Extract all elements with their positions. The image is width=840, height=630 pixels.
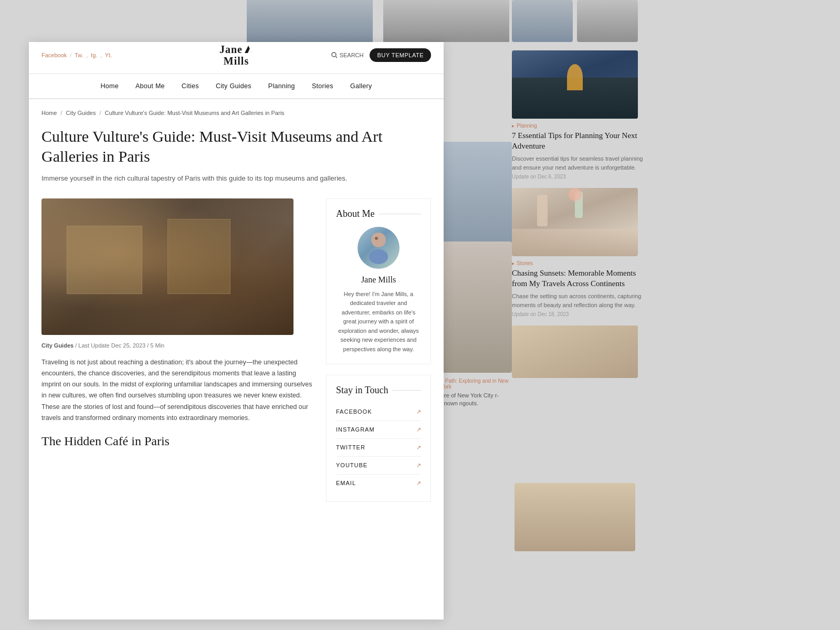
logo-line2: Mills: [219, 55, 253, 67]
sep1: /: [70, 52, 71, 58]
touch-title-line: [392, 390, 421, 391]
right-img-stories: [512, 188, 638, 256]
stay-in-touch-title: Stay in Touch: [336, 385, 421, 396]
top-bg-img-2: [577, 0, 638, 42]
site-logo[interactable]: Jane Mills: [219, 44, 253, 67]
article-meta: City Guides / Last Update Dec 25, 2023 /…: [41, 342, 313, 349]
youtube-row[interactable]: YOUTUBE ↗: [336, 457, 421, 475]
stories-date: Update on Dec 18, 2023: [512, 311, 643, 317]
search-icon: [331, 52, 338, 58]
partial-image-2: [441, 242, 512, 373]
partial-bottom-img: [512, 326, 638, 378]
partial-tag-2: ▸ Path: Exploring and in New York: [441, 378, 512, 390]
nav-about-me[interactable]: About Me: [135, 82, 165, 90]
about-me-name: Jane Mills: [336, 275, 421, 285]
article: Culture Vulture's Guide: Must-Visit Muse…: [29, 120, 444, 529]
svg-point-2: [332, 52, 336, 57]
about-me-widget: About Me Jane Mills Hey there! I'm Jane …: [326, 198, 431, 364]
nav-cities[interactable]: Cities: [182, 82, 199, 90]
breadcrumb-current: Culture Vulture's Guide: Must-Visit Muse…: [105, 110, 285, 116]
youtube-arrow: ↗: [416, 462, 421, 469]
search-button[interactable]: SEARCH: [331, 52, 364, 58]
nav-city-guides[interactable]: City Guides: [216, 82, 251, 90]
about-me-widget-title: About Me: [336, 208, 421, 219]
email-arrow: ↗: [416, 480, 421, 487]
planning-desc: Discover essential tips for seamless tra…: [512, 154, 643, 172]
article-sidebar: About Me Jane Mills Hey there! I'm Jane …: [326, 198, 431, 502]
nav-home[interactable]: Home: [100, 82, 119, 90]
right-sidebar: ▸ Planning 7 Essential Tips for Planning…: [512, 0, 643, 378]
feature-image: [41, 198, 293, 335]
partial-desc-2: ure of New York City r-known ngouts.: [441, 392, 512, 408]
right-card-planning[interactable]: ▸ Planning 7 Essential Tips for Planning…: [512, 50, 643, 180]
title-line: [379, 214, 422, 214]
svg-line-3: [335, 57, 337, 58]
meta-date-val: Dec 25, 2023: [111, 342, 145, 349]
bc-sep1: /: [60, 110, 62, 116]
meta-read: 5 Min: [150, 342, 164, 349]
stay-in-touch-widget: Stay in Touch FACEBOOK ↗ INSTAGRAM ↗ TWI…: [326, 375, 431, 502]
instagram-arrow: ↗: [416, 426, 421, 433]
stories-desc: Chase the setting sun across continents,…: [512, 292, 643, 309]
nav-planning[interactable]: Planning: [268, 82, 295, 90]
sep2: ,: [87, 52, 88, 58]
facebook-link[interactable]: Facebook: [41, 52, 67, 58]
sep3: ,: [100, 52, 102, 58]
stories-title: Chasing Sunsets: Memorable Moments from …: [512, 268, 643, 289]
facebook-arrow: ↗: [416, 408, 421, 415]
bc-sep2: /: [99, 110, 101, 116]
social-links: Facebook / Tw. , Ig. , Yt.: [41, 52, 112, 58]
article-body-text: Traveling is not just about reaching a d…: [41, 357, 313, 424]
stories-tag: ▸ Stories: [512, 260, 643, 266]
email-row[interactable]: EMAIL ↗: [336, 475, 421, 492]
meta-label: Last Update: [78, 342, 109, 349]
article-section-title: The Hidden Café in Paris: [41, 434, 313, 448]
right-card-partial: [512, 326, 643, 378]
svg-point-6: [375, 237, 378, 240]
buy-template-button[interactable]: BUY TEMPLATE: [370, 48, 431, 62]
planning-tag: ▸ Planning: [512, 123, 643, 129]
svg-point-5: [369, 249, 388, 264]
planning-title: 7 Essential Tips for Planning Your Next …: [512, 131, 643, 151]
instagram-label: INSTAGRAM: [336, 426, 375, 433]
facebook-label: FACEBOOK: [336, 408, 372, 415]
planning-date: Update on Dec 6, 2023: [512, 174, 643, 180]
article-main-content: City Guides / Last Update Dec 25, 2023 /…: [41, 198, 313, 502]
right-img-planning: [512, 50, 638, 119]
breadcrumb-home[interactable]: Home: [41, 110, 57, 116]
avatar-illustration: [363, 229, 394, 266]
nav-gallery[interactable]: Gallery: [350, 82, 372, 90]
twitter-row[interactable]: TWITTER ↗: [336, 439, 421, 457]
header-actions: SEARCH BUY TEMPLATE: [331, 48, 431, 62]
header: Facebook / Tw. , Ig. , Yt. Jane: [29, 42, 444, 74]
logo-line1: Jane: [219, 44, 243, 55]
instagram-row[interactable]: INSTAGRAM ↗: [336, 421, 421, 439]
facebook-row[interactable]: FACEBOOK ↗: [336, 403, 421, 421]
nav-stories[interactable]: Stories: [312, 82, 333, 90]
svg-point-4: [371, 233, 386, 247]
tw-link[interactable]: Tw.: [75, 52, 83, 58]
article-body: City Guides / Last Update Dec 25, 2023 /…: [41, 198, 431, 502]
youtube-label: YOUTUBE: [336, 462, 368, 468]
ig-link[interactable]: Ig.: [91, 52, 97, 58]
article-title: Culture Vulture's Guide: Must-Visit Muse…: [41, 127, 431, 166]
top-bg-img-1: [512, 0, 573, 42]
meta-category: City Guides: [41, 342, 74, 349]
twitter-arrow: ↗: [416, 444, 421, 451]
right-card-stories[interactable]: ▸ Stories Chasing Sunsets: Memorable Mom…: [512, 188, 643, 317]
article-subtitle: Immerse yourself in the rich cultural ta…: [41, 173, 431, 184]
about-me-bio: Hey there! I'm Jane Mills, a dedicated t…: [336, 290, 421, 354]
email-label: EMAIL: [336, 480, 356, 486]
breadcrumb: Home / City Guides / Culture Vulture's G…: [29, 99, 444, 120]
breadcrumb-city-guides[interactable]: City Guides: [66, 110, 96, 116]
avatar: [358, 227, 400, 269]
mountain-icon: [244, 45, 253, 54]
main-panel: Facebook / Tw. , Ig. , Yt. Jane: [29, 42, 444, 620]
yt-link[interactable]: Yt.: [105, 52, 112, 58]
nav-bar: Home About Me Cities City Guides Plannin…: [29, 74, 444, 99]
twitter-label: TWITTER: [336, 444, 365, 450]
